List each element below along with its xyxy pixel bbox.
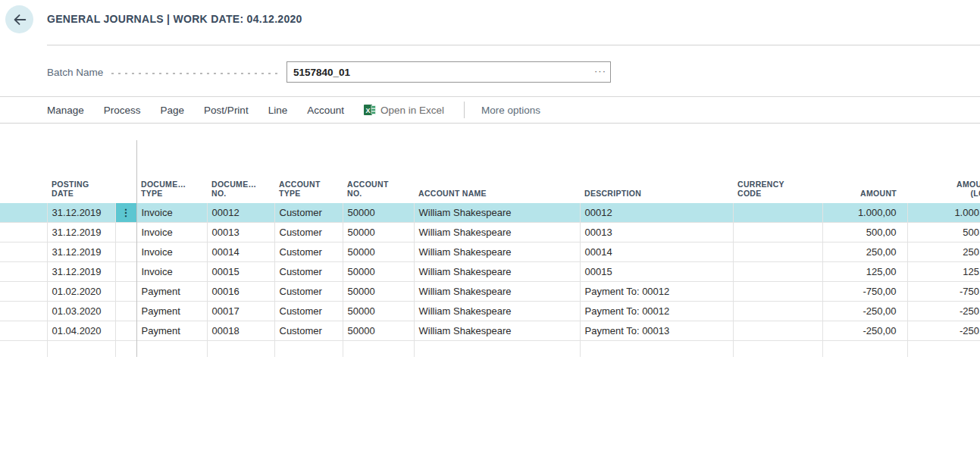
cell-account_name[interactable]: William Shakespeare	[414, 203, 580, 223]
cell-account_type[interactable]: Customer	[274, 203, 343, 223]
cell-amount_lcy[interactable]: 250,00	[907, 243, 980, 262]
more-options-button[interactable]: More options	[481, 105, 540, 116]
cell-posting_date[interactable]: 31.12.2019	[47, 223, 115, 243]
cell-description[interactable]: Payment To: 00013	[580, 321, 733, 341]
column-header-account_type[interactable]: ACCOUNT TYPE	[274, 148, 343, 203]
cell-account_no[interactable]	[343, 341, 414, 358]
action-page[interactable]: Page	[161, 105, 185, 116]
row-options-icon[interactable]	[115, 341, 136, 358]
open-in-excel-button[interactable]: X Open in Excel	[364, 104, 444, 116]
cell-amount[interactable]: 250,00	[822, 243, 907, 262]
cell-account_type[interactable]: Customer	[274, 302, 343, 321]
row-options-icon[interactable]	[115, 282, 136, 302]
column-header-account_name[interactable]: ACCOUNT NAME	[414, 148, 580, 203]
cell-amount_lcy[interactable]: 1.000,00	[907, 203, 980, 223]
cell-amount[interactable]: -250,00	[822, 321, 907, 341]
cell-posting_date[interactable]: 31.12.2019	[47, 243, 115, 262]
cell-posting_date[interactable]: 31.12.2019	[47, 262, 115, 282]
cell-amount_lcy[interactable]	[907, 341, 980, 358]
cell-account_name[interactable]: William Shakespeare	[414, 243, 580, 262]
cell-document_type[interactable]: Invoice	[136, 262, 207, 282]
cell-document_type[interactable]: Payment	[136, 321, 207, 341]
batch-name-field[interactable]: ···	[286, 61, 611, 83]
table-row[interactable]: 01.02.2020Payment00016Customer50000Willi…	[0, 282, 980, 302]
cell-document_type[interactable]	[136, 341, 207, 358]
column-header-account_no[interactable]: ACCOUNT NO.	[343, 148, 414, 203]
back-button[interactable]	[5, 5, 33, 33]
action-account[interactable]: Account	[307, 105, 344, 116]
cell-account_name[interactable]: William Shakespeare	[414, 321, 580, 341]
cell-document_type[interactable]: Payment	[136, 302, 207, 321]
batch-name-input[interactable]	[287, 67, 590, 78]
table-row[interactable]: 01.03.2020Payment00017Customer50000Willi…	[0, 302, 980, 321]
batch-name-lookup-button[interactable]: ···	[590, 65, 610, 80]
cell-amount_lcy[interactable]: -250,00	[907, 302, 980, 321]
cell-document_no[interactable]: 00018	[207, 321, 274, 341]
cell-posting_date[interactable]: 01.03.2020	[47, 302, 115, 321]
cell-account_no[interactable]: 50000	[343, 282, 414, 302]
cell-document_no[interactable]: 00016	[207, 282, 274, 302]
cell-amount[interactable]: -250,00	[822, 302, 907, 321]
row-options-icon[interactable]: ⋮	[115, 203, 136, 223]
cell-account_name[interactable]: William Shakespeare	[414, 302, 580, 321]
cell-document_no[interactable]: 00017	[207, 302, 274, 321]
cell-description[interactable]	[580, 341, 733, 358]
column-header-document_type[interactable]: DOCUME… TYPE	[136, 148, 207, 203]
column-header-description[interactable]: DESCRIPTION	[580, 148, 733, 203]
cell-account_name[interactable]: William Shakespeare	[414, 282, 580, 302]
cell-account_no[interactable]: 50000	[343, 203, 414, 223]
cell-currency_code[interactable]	[733, 243, 822, 262]
cell-amount_lcy[interactable]: -250,00	[907, 321, 980, 341]
cell-account_name[interactable]: William Shakespeare	[414, 262, 580, 282]
action-process[interactable]: Process	[104, 105, 141, 116]
cell-document_type[interactable]: Invoice	[136, 223, 207, 243]
cell-account_type[interactable]: Customer	[274, 243, 343, 262]
cell-amount_lcy[interactable]: 500,00	[907, 223, 980, 243]
cell-document_no[interactable]: 00015	[207, 262, 274, 282]
cell-account_name[interactable]	[414, 341, 580, 358]
cell-document_no[interactable]: 00012	[207, 203, 274, 223]
cell-account_name[interactable]: William Shakespeare	[414, 223, 580, 243]
cell-amount_lcy[interactable]: 125,00	[907, 262, 980, 282]
cell-currency_code[interactable]	[733, 341, 822, 358]
cell-account_no[interactable]: 50000	[343, 302, 414, 321]
action-line[interactable]: Line	[268, 105, 288, 116]
cell-account_type[interactable]: Customer	[274, 262, 343, 282]
row-options-icon[interactable]	[115, 243, 136, 262]
cell-document_no[interactable]: 00014	[207, 243, 274, 262]
cell-document_type[interactable]: Invoice	[136, 243, 207, 262]
cell-account_type[interactable]: Customer	[274, 321, 343, 341]
cell-account_type[interactable]	[274, 341, 343, 358]
table-row[interactable]: 01.04.2020Payment00018Customer50000Willi…	[0, 321, 980, 341]
cell-account_no[interactable]: 50000	[343, 262, 414, 282]
cell-currency_code[interactable]	[733, 203, 822, 223]
column-header-posting_date[interactable]: POSTING DATE	[47, 148, 115, 203]
column-header-document_no[interactable]: DOCUME… NO.	[207, 148, 274, 203]
row-options-icon[interactable]	[115, 302, 136, 321]
cell-posting_date[interactable]: 31.12.2019	[47, 203, 115, 223]
table-row[interactable]	[0, 341, 980, 358]
row-options-icon[interactable]	[115, 262, 136, 282]
cell-description[interactable]: Payment To: 00012	[580, 302, 733, 321]
cell-amount[interactable]: 1.000,00	[822, 203, 907, 223]
row-options-icon[interactable]	[115, 223, 136, 243]
cell-account_type[interactable]: Customer	[274, 223, 343, 243]
cell-account_no[interactable]: 50000	[343, 243, 414, 262]
cell-document_type[interactable]: Invoice	[136, 203, 207, 223]
cell-currency_code[interactable]	[733, 282, 822, 302]
cell-description[interactable]: Payment To: 00012	[580, 282, 733, 302]
action-manage[interactable]: Manage	[47, 105, 84, 116]
cell-currency_code[interactable]	[733, 321, 822, 341]
cell-currency_code[interactable]	[733, 302, 822, 321]
cell-account_no[interactable]: 50000	[343, 223, 414, 243]
cell-amount[interactable]	[822, 341, 907, 358]
cell-amount[interactable]: 125,00	[822, 262, 907, 282]
table-row[interactable]: 31.12.2019Invoice00014Customer50000Willi…	[0, 243, 980, 262]
cell-document_no[interactable]: 00013	[207, 223, 274, 243]
cell-amount_lcy[interactable]: -750,00	[907, 282, 980, 302]
cell-currency_code[interactable]	[733, 262, 822, 282]
cell-currency_code[interactable]	[733, 223, 822, 243]
cell-document_type[interactable]: Payment	[136, 282, 207, 302]
table-row[interactable]: 31.12.2019⋮Invoice00012Customer50000Will…	[0, 203, 980, 223]
cell-document_no[interactable]	[207, 341, 274, 358]
